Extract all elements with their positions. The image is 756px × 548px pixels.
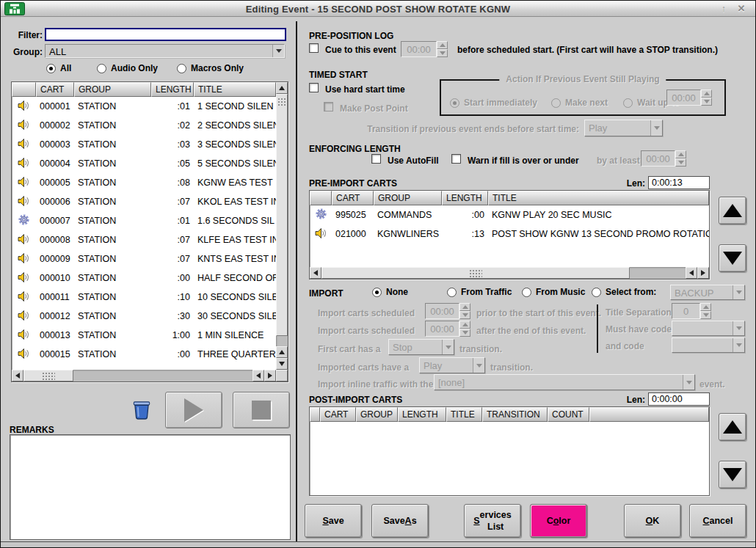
after-end-spinbox[interactable]: 00:00 — [425, 321, 470, 337]
inline-traffic-event-select[interactable]: [none] — [434, 374, 695, 390]
cart-library-row[interactable]: 000011STATION:1010 SECONDS SILE — [12, 288, 276, 307]
radio-make-next[interactable]: Make next — [551, 97, 608, 109]
radio-all[interactable]: All — [46, 62, 71, 74]
spin-down-icon[interactable] — [437, 49, 448, 57]
column-header-length[interactable]: LENGTH — [151, 82, 194, 97]
scroll-up-icon[interactable] — [276, 82, 288, 94]
scroll-left-icon[interactable] — [12, 370, 23, 381]
vscroll-thumb[interactable] — [276, 94, 288, 336]
post-import-len-field[interactable]: 0:00:00 — [648, 392, 710, 406]
cart-library-row[interactable]: 000008STATION:07KLFE EAS TEST IN — [12, 230, 276, 249]
hscroll-thumb[interactable] — [23, 370, 73, 381]
cart-library-row[interactable]: 000003STATION:033 SECONDS SILEN — [12, 135, 276, 154]
group-select[interactable]: ALL — [45, 44, 285, 58]
use-hard-start-checkbox[interactable] — [309, 83, 319, 92]
cart-library-row[interactable]: 000005STATION:08KGNW EAS TEST — [12, 173, 276, 192]
column-header-group[interactable]: GROUP — [74, 82, 151, 97]
column-header-group[interactable]: GROUP — [374, 191, 442, 205]
spin-down-icon[interactable] — [700, 311, 711, 319]
must-have-code-select[interactable] — [672, 321, 745, 336]
column-header-cart[interactable]: CART — [332, 191, 374, 205]
make-post-point-checkbox[interactable] — [324, 102, 333, 112]
cart-table-hscrollbar[interactable] — [12, 370, 276, 381]
and-code-select[interactable] — [672, 337, 745, 353]
cancel-button[interactable]: Cancel — [689, 504, 746, 538]
cart-library-row[interactable]: 000009STATION:07KNTS EAS TEST IN — [12, 249, 276, 268]
column-header-group[interactable]: GROUP — [356, 407, 398, 422]
pre-import-move-up-button[interactable] — [719, 197, 746, 224]
spin-up-icon[interactable] — [459, 321, 470, 329]
spin-down-icon[interactable] — [459, 329, 470, 337]
scroll-right-icon[interactable] — [697, 267, 709, 279]
cart-library-row[interactable]: 000001STATION:011 SECOND SILEN — [12, 97, 276, 116]
spin-down-icon[interactable] — [701, 98, 712, 106]
cart-library-row[interactable]: 000012STATION:3030 SECONDS SILE — [12, 307, 276, 326]
radio-select-from[interactable]: Select from: — [592, 286, 656, 298]
cart-library-row[interactable]: 000013STATION1:001 MIN SILENCE — [12, 326, 276, 345]
column-header-icon[interactable] — [310, 191, 332, 205]
column-header-title[interactable]: TITLE — [488, 191, 709, 205]
trash-bucket-icon[interactable] — [130, 398, 153, 421]
spin-up-icon[interactable] — [437, 41, 448, 49]
transition-select[interactable]: Play — [584, 120, 663, 136]
pre-import-move-down-button[interactable] — [719, 244, 746, 272]
title-separation-spinbox[interactable]: 0 — [672, 303, 711, 319]
radio-from-music[interactable]: From Music — [522, 286, 585, 298]
radio-from-traffic[interactable]: From Traffic — [447, 286, 512, 298]
scroll-left-icon[interactable] — [310, 267, 321, 279]
scroll-up-icon[interactable] — [276, 346, 288, 358]
cart-library-row[interactable]: 000007STATION:011.6 SECONDS SIL — [12, 211, 276, 230]
wait-up-to-spinbox[interactable]: 00:00 — [666, 89, 712, 106]
scroll-left-icon[interactable] — [252, 370, 264, 381]
imported-carts-transition-select[interactable]: Play — [419, 357, 485, 373]
play-button[interactable] — [165, 392, 222, 428]
radio-audio-only[interactable]: Audio Only — [97, 62, 158, 74]
radio-macros-only[interactable]: Macros Only — [177, 62, 244, 74]
save-as-button[interactable]: Save As — [371, 504, 429, 538]
scroll-left-icon[interactable] — [686, 267, 697, 279]
scroll-down-icon[interactable] — [276, 358, 288, 370]
cue-offset-spinbox[interactable]: 00:00 — [401, 41, 448, 57]
column-header-title[interactable]: TITLE — [194, 82, 276, 97]
column-header-transition[interactable]: TRANSITION — [482, 407, 548, 422]
select-from-source-select[interactable]: BACKUP — [670, 285, 745, 300]
spin-up-icon[interactable] — [675, 150, 686, 158]
first-cart-transition-select[interactable]: Stop — [388, 339, 454, 355]
column-header-cart[interactable]: CART — [320, 407, 356, 422]
shade-window-icon[interactable]: ↑ — [716, 2, 732, 15]
scroll-right-icon[interactable] — [264, 370, 276, 381]
cart-library-row[interactable]: 000010STATION:00HALF SECOND OF — [12, 268, 276, 288]
column-header-length[interactable]: LENGTH — [442, 191, 488, 205]
radio-start-immediately[interactable]: Start immediately — [450, 97, 537, 109]
spin-up-icon[interactable] — [459, 303, 470, 311]
cart-table-vscrollbar[interactable] — [276, 82, 288, 370]
filter-input[interactable] — [45, 28, 286, 41]
ok-button[interactable]: OK — [624, 504, 681, 538]
cart-library-row[interactable]: 000015STATION:00THREE QUARTER — [12, 345, 276, 359]
column-header-title[interactable]: TITLE — [446, 407, 482, 422]
prior-start-spinbox[interactable]: 00:00 — [425, 303, 470, 319]
column-header-count[interactable]: COUNT — [548, 407, 589, 422]
spin-up-icon[interactable] — [700, 303, 711, 311]
hscroll-thumb[interactable] — [321, 267, 630, 279]
column-header-icon[interactable] — [12, 82, 36, 97]
pre-import-row[interactable]: 021000KGNWLINERS:13POST SHOW KGNW 13 SEC… — [310, 224, 709, 244]
pre-import-hscrollbar[interactable] — [310, 267, 709, 279]
save-button[interactable]: Save — [305, 504, 362, 538]
warn-threshold-spinbox[interactable]: 00:00 — [641, 150, 686, 167]
spin-down-icon[interactable] — [675, 158, 686, 167]
pre-import-len-field[interactable]: 0:00:13 — [648, 176, 710, 189]
cart-library-row[interactable]: 000006STATION:07KKOL EAS TEST IN — [12, 192, 276, 211]
services-list-button[interactable]: ServicesList — [464, 504, 521, 538]
column-header-length[interactable]: LENGTH — [398, 407, 446, 422]
titlebar[interactable]: Editing Event - 15 SECOND POST SHOW ROTA… — [1, 1, 755, 17]
column-header-icon[interactable] — [310, 407, 320, 422]
spin-up-icon[interactable] — [701, 89, 712, 98]
cue-to-event-checkbox[interactable] — [309, 43, 319, 53]
cart-library-row[interactable]: 000004STATION:055 SECONDS SILEN — [12, 154, 276, 173]
radio-none[interactable]: None — [372, 286, 408, 298]
color-button[interactable]: Color — [530, 504, 587, 538]
post-import-move-down-button[interactable] — [719, 461, 746, 489]
pre-import-row[interactable]: 995025COMMANDS:00KGNW PLAY 20 SEC MUSIC — [310, 205, 709, 224]
use-autofill-checkbox[interactable] — [371, 154, 381, 164]
